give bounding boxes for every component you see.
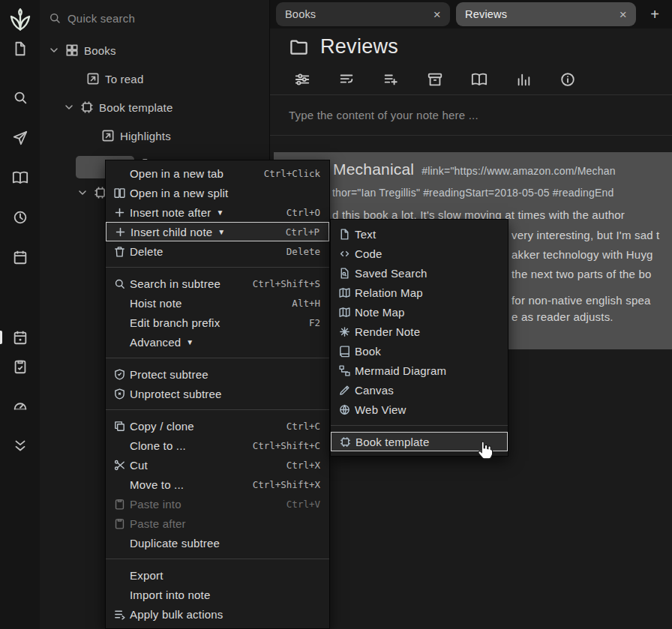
caret-down-icon: ▼ <box>186 338 194 346</box>
today-icon[interactable] <box>12 329 28 346</box>
menu-item-cut[interactable]: Cut Ctrl+X <box>106 455 329 475</box>
submenu-item-text[interactable]: Text <box>331 224 508 244</box>
menu-separator <box>106 559 329 559</box>
menu-item-duplicate-subtree[interactable]: Duplicate subtree <box>106 533 329 553</box>
metrics-icon[interactable] <box>12 397 28 414</box>
tasks-icon[interactable] <box>12 358 28 375</box>
menu-item-advanced[interactable]: Advanced ▼ <box>106 332 329 352</box>
template-chip-icon <box>80 100 94 115</box>
close-icon[interactable]: × <box>434 8 441 21</box>
trilium-logo-icon <box>7 6 34 33</box>
folder-icon <box>289 37 309 57</box>
new-note-icon[interactable] <box>12 40 28 57</box>
tab-bar: Books × Reviews × + <box>270 0 672 28</box>
trash-icon <box>113 245 130 258</box>
shield-x-icon <box>113 388 130 400</box>
menu-separator <box>331 425 508 426</box>
menu-item-clone-to[interactable]: Clone to ... Ctrl+Shift+C <box>106 436 329 455</box>
submenu-item-mermaid-diagram[interactable]: Mermaid Diagram <box>331 361 508 380</box>
menu-item-delete[interactable]: Delete Delete <box>106 241 329 261</box>
menu-item-move-to[interactable]: Move to ... Ctrl+Shift+X <box>106 475 329 494</box>
caret-down-icon: ▼ <box>218 228 225 236</box>
tree-item-label: Book template <box>99 101 173 114</box>
basic-properties-icon[interactable] <box>294 71 310 88</box>
tab-books[interactable]: Books × <box>276 2 450 26</box>
menu-item-copy-clone[interactable]: Copy / clone Ctrl+C <box>106 416 329 436</box>
content-line: very interesting, but I'm sad t <box>512 229 659 241</box>
submenu-item-code[interactable]: Code <box>331 244 508 263</box>
note-map-icon[interactable] <box>471 71 488 88</box>
recent-changes-icon[interactable] <box>12 209 28 226</box>
content-line: akker technology with Huyg <box>512 248 653 261</box>
note-info-icon[interactable] <box>560 71 576 88</box>
caret-down-icon: ▼ <box>216 208 224 217</box>
menu-item-paste-after: Paste after <box>106 514 329 533</box>
note-title[interactable]: Reviews <box>320 35 398 58</box>
search-icon <box>113 277 130 290</box>
submenu-item-saved-search[interactable]: Saved Search <box>331 263 508 283</box>
owned-attributes-icon[interactable] <box>338 71 355 88</box>
submenu-item-book[interactable]: Book <box>331 341 508 361</box>
tab-reviews[interactable]: Reviews × <box>456 2 636 26</box>
book-icon <box>338 345 355 358</box>
note-paths-icon[interactable] <box>427 71 443 88</box>
tree-context-menu: Open in a new tab Ctrl+Click Open in a n… <box>105 160 330 629</box>
menu-item-insert-note-after[interactable]: Insert note after ▼ Ctrl+O <box>106 202 329 222</box>
submenu-item-web-view[interactable]: Web View <box>331 400 508 419</box>
tree-item-books[interactable]: Books <box>40 36 269 64</box>
tree-item-label: To read <box>105 73 143 85</box>
menu-item-search-in-subtree[interactable]: Search in subtree Ctrl+Shift+S <box>106 274 329 293</box>
child-note-title-line: Mechanical#link="https://www.amazon.com/… <box>333 160 616 178</box>
submenu-item-render-note[interactable]: Render Note <box>331 322 508 341</box>
new-tab-button[interactable]: + <box>645 4 664 24</box>
child-note-title: Mechanical <box>333 160 414 178</box>
quick-search-input[interactable]: Quick search <box>40 0 269 36</box>
submenu-item-note-map[interactable]: Note Map <box>331 302 508 322</box>
menu-item-insert-child-note[interactable]: Insert child note ▼ Ctrl+P <box>106 222 329 241</box>
menu-item-edit-branch-prefix[interactable]: Edit branch prefix F2 <box>106 313 329 332</box>
tree-item-to-read[interactable]: To read <box>40 64 269 93</box>
chevron-down-icon[interactable] <box>63 101 75 113</box>
map-icon <box>338 306 355 319</box>
submenu-item-relation-map[interactable]: Relation Map <box>331 283 508 302</box>
quick-search-placeholder: Quick search <box>68 12 135 25</box>
bulk-actions-icon <box>113 608 130 621</box>
shield-check-icon <box>113 368 130 381</box>
menu-separator <box>106 409 329 410</box>
search-icon <box>48 11 62 25</box>
hand-cursor <box>474 439 494 460</box>
menu-item-open-in-new-split[interactable]: Open in a new split <box>106 183 329 202</box>
collapse-tree-icon[interactable] <box>12 438 28 454</box>
child-note-attributes-line: thor="Ian Tregillis" #readingStart=2018-… <box>332 187 614 199</box>
open-note-icon[interactable] <box>12 169 28 186</box>
content-line: e as reader adjusts. <box>512 310 614 323</box>
tree-item-book-template[interactable]: Book template <box>40 93 269 121</box>
chevron-down-icon[interactable] <box>76 187 88 199</box>
menu-item-import-into-note[interactable]: Import into note <box>106 585 329 604</box>
globe-icon <box>338 403 355 416</box>
search-icon[interactable] <box>12 89 28 106</box>
similar-notes-icon[interactable] <box>515 71 532 88</box>
map-icon <box>338 286 355 299</box>
menu-item-unprotect-subtree[interactable]: Unprotect subtree <box>106 384 329 403</box>
file-icon <box>338 228 355 241</box>
submenu-item-canvas[interactable]: Canvas <box>331 380 508 400</box>
note-type-submenu: Text Code Saved Search Relation Map Note… <box>330 219 508 457</box>
tree-item-highlights[interactable]: Highlights <box>40 121 269 150</box>
split-pane-icon <box>113 187 130 199</box>
menu-item-export[interactable]: Export <box>106 565 329 585</box>
close-icon[interactable]: × <box>620 8 627 21</box>
editor-placeholder: Type the content of your note here ... <box>289 109 478 121</box>
note-content-editor[interactable]: Type the content of your note here ... <box>270 95 672 136</box>
jump-to-note-icon[interactable] <box>12 130 28 146</box>
menu-item-hoist-note[interactable]: Hoist note Alt+H <box>106 293 329 313</box>
menu-item-open-in-new-tab[interactable]: Open in a new tab Ctrl+Click <box>106 163 329 183</box>
child-note-attributes: #link="https://www.amazon.com/Mechan <box>422 165 615 177</box>
menu-separator <box>106 267 329 268</box>
chevron-down-icon[interactable] <box>48 44 60 56</box>
calendar-icon[interactable] <box>12 249 28 265</box>
menu-item-protect-subtree[interactable]: Protect subtree <box>106 364 329 384</box>
menu-item-apply-bulk-actions[interactable]: Apply bulk actions <box>106 604 329 624</box>
inherited-attributes-icon[interactable] <box>382 71 399 88</box>
note-title-row: Reviews <box>270 28 672 64</box>
